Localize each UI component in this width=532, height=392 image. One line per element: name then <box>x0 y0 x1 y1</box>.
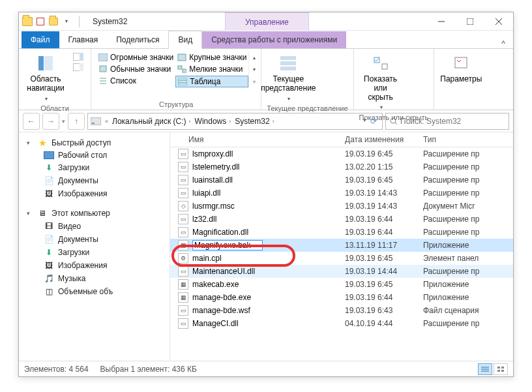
refresh-button[interactable]: ⟳ <box>370 117 377 126</box>
file-name: makecab.exe <box>192 280 345 289</box>
file-row[interactable]: ▭MaintenanceUI.dll19.03.19 14:44Расширен… <box>170 265 513 278</box>
preview-pane-button[interactable] <box>71 52 85 61</box>
file-date: 13.11.19 11:17 <box>345 241 423 250</box>
crumb-system32[interactable]: System32› <box>235 117 276 126</box>
nav-desktop[interactable]: Рабочий стол <box>19 149 170 161</box>
close-button[interactable] <box>484 12 513 31</box>
qat-dropdown-icon[interactable]: ▾ <box>61 16 72 27</box>
svg-rect-10 <box>98 53 108 61</box>
ribbon: Область навигации▾ Области Огромные знач… <box>19 49 513 110</box>
tab-context-apps[interactable]: Средства работы с приложениями <box>202 31 346 48</box>
file-name: main.cpl <box>192 254 345 263</box>
options-button[interactable]: Параметры <box>439 52 482 87</box>
breadcrumb-bar[interactable]: « Локальный диск (C:)› Windows› System32… <box>87 113 383 130</box>
qat-newfolder-icon[interactable] <box>48 16 59 27</box>
file-type-icon: ⚙ <box>178 253 188 264</box>
folder-icon <box>22 16 33 27</box>
file-type-icon: ▦ <box>178 240 188 250</box>
file-row[interactable]: ▦manage-bde.exe19.03.19 6:44Приложение <box>170 291 513 304</box>
file-row[interactable]: ▭lstelemetry.dll13.02.20 1:15Расширение … <box>170 160 513 173</box>
address-bar: ← → ▾ ↑ « Локальный диск (C:)› Windows› … <box>19 110 513 132</box>
nav-documents[interactable]: 📄Документы <box>19 174 170 187</box>
tab-share[interactable]: Поделиться <box>107 31 168 48</box>
current-view-button[interactable]: Текущее представление▾ <box>267 52 310 104</box>
layout-list[interactable]: Список <box>96 76 175 86</box>
layout-scroll-down[interactable]: ▾ <box>253 67 256 72</box>
file-row[interactable]: ▭luiapi.dll19.03.19 14:43Расширение пр <box>170 187 513 200</box>
maximize-button[interactable] <box>456 12 484 31</box>
file-type: Расширение пр <box>423 267 513 276</box>
file-type: Расширение пр <box>423 149 513 158</box>
file-type: Приложение <box>423 280 513 289</box>
file-date: 19.03.19 6:44 <box>345 228 423 237</box>
layout-scroll-up[interactable]: ▴ <box>253 55 256 61</box>
nav-pictures[interactable]: 🖼Изображения <box>19 187 170 200</box>
layout-large-icons[interactable]: Крупные значки <box>175 52 248 63</box>
file-list[interactable]: ▭lsmproxy.dll19.03.19 6:45Расширение пр▭… <box>170 147 513 361</box>
nav-forward-button[interactable]: → <box>42 113 59 130</box>
tab-file[interactable]: Файл <box>22 31 59 48</box>
column-name[interactable]: Имя <box>188 135 345 144</box>
search-icon <box>390 117 398 125</box>
file-type: Расширение пр <box>423 162 513 172</box>
nav-this-pc[interactable]: ▾🖥Этот компьютер <box>19 207 170 220</box>
file-row[interactable]: ▭lsmproxy.dll19.03.19 6:45Расширение пр <box>170 147 513 160</box>
view-thumbnails-button[interactable] <box>494 363 508 375</box>
file-row[interactable]: ▦makecab.exe19.03.19 6:45Приложение <box>170 278 513 291</box>
nav-pictures2[interactable]: 🖼Изображения <box>19 259 170 272</box>
nav-documents2[interactable]: 📄Документы <box>19 233 170 246</box>
nav-music[interactable]: 🎵Музыка <box>19 272 170 285</box>
layout-medium-icons[interactable]: Обычные значки <box>96 64 175 74</box>
file-row[interactable]: ▭luainstall.dll19.03.19 6:45Расширение п… <box>170 173 513 187</box>
crumb-windows[interactable]: Windows› <box>195 117 234 126</box>
nav-quick-access[interactable]: ▾★Быстрый доступ <box>19 136 170 149</box>
show-hide-button[interactable]: Показать или скрыть▾ <box>359 52 402 113</box>
layout-huge-icons[interactable]: Огромные значки <box>96 52 175 63</box>
column-type[interactable]: Тип <box>423 135 513 144</box>
svg-rect-18 <box>178 78 187 85</box>
minimize-button[interactable] <box>427 12 456 31</box>
nav-history-dropdown[interactable]: ▾ <box>62 118 65 125</box>
file-name: lz32.dll <box>192 215 345 224</box>
file-type-icon: ▭ <box>178 149 188 159</box>
file-row[interactable]: ◇lusrmgr.msc19.03.19 14:43Документ Micr <box>170 200 513 213</box>
file-date: 19.03.19 6:45 <box>345 254 423 263</box>
file-name: lusrmgr.msc <box>192 202 345 211</box>
file-name: luiapi.dll <box>192 188 345 198</box>
navigation-pane: ▾★Быстрый доступ Рабочий стол ⬇Загрузки … <box>19 132 170 361</box>
file-row[interactable]: ▭lz32.dll19.03.19 6:44Расширение пр <box>170 213 513 226</box>
layout-table[interactable]: Таблица <box>175 76 248 87</box>
nav-pane-button[interactable]: Область навигации▾ <box>24 52 67 104</box>
nav-3dobjects[interactable]: ◫Объемные объ <box>19 285 170 298</box>
file-row[interactable]: ⚙main.cpl19.03.19 6:45Элемент панел <box>170 252 513 265</box>
nav-up-button[interactable]: ↑ <box>68 113 85 130</box>
file-type-icon: ◇ <box>178 201 188 211</box>
svg-rect-15 <box>178 54 186 61</box>
layout-expand[interactable]: ▿ <box>253 79 256 85</box>
file-row[interactable]: ▭Magnification.dll19.03.19 6:44Расширени… <box>170 226 513 239</box>
ribbon-collapse-button[interactable]: ^ <box>494 39 513 48</box>
tab-view[interactable]: Вид <box>168 31 202 49</box>
nav-downloads[interactable]: ⬇Загрузки <box>19 161 170 174</box>
nav-downloads2[interactable]: ⬇Загрузки <box>19 246 170 259</box>
file-type: Расширение пр <box>423 228 513 237</box>
qat-properties-icon[interactable] <box>35 16 46 27</box>
address-dropdown-icon[interactable]: ▾ <box>363 117 366 126</box>
column-headers[interactable]: Имя Дата изменения Тип <box>170 132 513 147</box>
view-details-button[interactable] <box>478 363 492 375</box>
file-row[interactable]: ▭ManageCI.dll04.10.19 4:44Расширение пр <box>170 317 513 330</box>
column-date[interactable]: Дата изменения <box>345 135 423 144</box>
details-pane-button[interactable] <box>71 63 85 72</box>
file-date: 04.10.19 4:44 <box>345 319 423 328</box>
search-input[interactable]: Поиск: System32 <box>385 113 509 130</box>
pictures-icon: 🖼 <box>44 260 54 271</box>
tab-home[interactable]: Главная <box>59 31 108 48</box>
rename-input[interactable]: Magnify.exe.bak <box>192 240 263 250</box>
layout-small-icons[interactable]: Мелкие значки <box>175 64 248 74</box>
nav-video[interactable]: 🎞Видео <box>19 220 170 233</box>
file-row[interactable]: ▦Magnify.exe.bak13.11.19 11:17Приложение <box>170 239 513 252</box>
crumb-drive[interactable]: Локальный диск (C:)› <box>112 117 194 126</box>
file-row[interactable]: ▭manage-bde.wsf19.03.19 6:43Файл сценари… <box>170 304 513 317</box>
title-bar: ▾ System32 Управление <box>19 12 513 31</box>
nav-back-button[interactable]: ← <box>23 113 40 130</box>
